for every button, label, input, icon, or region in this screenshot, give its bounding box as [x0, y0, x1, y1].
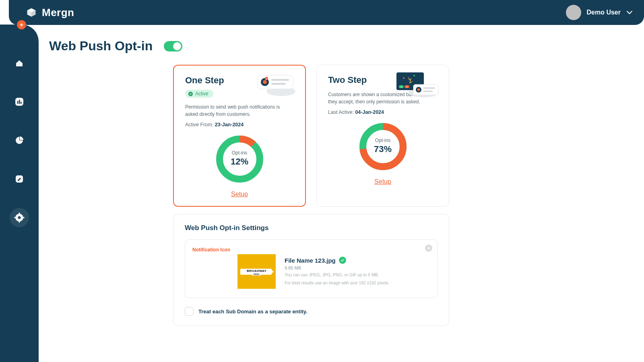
- notification-icon-label: Notification Icon: [192, 247, 430, 253]
- file-hint-1: You can use JPEG, JPG, PNG, or GIF up to…: [285, 272, 389, 278]
- svg-rect-10: [23, 217, 24, 218]
- user-name: Demo User: [587, 9, 621, 16]
- settings-title: Web Push Opt-in Settings: [185, 224, 438, 232]
- upload-success-icon: [339, 257, 346, 264]
- sidebar-item-editor[interactable]: [10, 169, 29, 189]
- file-name: File Name 123.jpg: [285, 257, 336, 264]
- one-step-card[interactable]: 1 One Step Active Permission to send web…: [173, 65, 306, 207]
- svg-rect-35: [423, 90, 433, 92]
- two-step-chart: Opt-ins 73%: [328, 121, 438, 172]
- pencil-icon: [14, 174, 24, 184]
- two-step-card[interactable]: 1 2 Two Step Customers are shown a custo…: [316, 65, 449, 207]
- svg-rect-1: [17, 101, 19, 104]
- sidebar-item-settings[interactable]: [10, 208, 29, 227]
- svg-rect-18: [271, 83, 286, 85]
- file-size: 9.85 MB: [285, 265, 389, 270]
- svg-marker-39: [270, 269, 274, 275]
- page-header: Web Push Opt-in: [49, 39, 628, 53]
- sidebar-item-analytics[interactable]: [10, 92, 29, 111]
- subdomain-label: Treat each Sub Domain as a separate enti…: [198, 309, 308, 315]
- svg-point-25: [403, 77, 405, 79]
- user-menu[interactable]: Demo User: [566, 5, 633, 20]
- brand-logo[interactable]: Mergn: [26, 6, 74, 19]
- chevron-down-icon: [626, 10, 633, 14]
- one-step-date: Active From: 23-Jan-2024: [185, 122, 294, 128]
- remove-file-button[interactable]: [425, 245, 432, 252]
- svg-text:2: 2: [406, 86, 407, 88]
- icon-thumbnail: BROADWAY PIZZA: [237, 254, 276, 289]
- check-icon: [188, 92, 193, 96]
- brand-name: Mergn: [42, 6, 74, 19]
- one-step-setup-link[interactable]: Setup: [185, 191, 294, 198]
- brand-logo-icon: [26, 7, 37, 18]
- two-step-illustration: 1 2: [393, 71, 441, 101]
- home-icon: [14, 58, 24, 68]
- sidebar-item-reports[interactable]: [10, 131, 29, 150]
- svg-point-6: [18, 216, 21, 219]
- settings-card: Web Push Opt-in Settings Notification Ic…: [173, 214, 449, 326]
- two-step-date: Last Active: 04-Jan-2024: [328, 109, 438, 115]
- one-step-chart: Opt-ins 12%: [185, 134, 294, 184]
- page-title: Web Push Opt-in: [49, 39, 153, 53]
- file-hint-2: For best results use an image with size …: [285, 280, 389, 286]
- one-step-desc: Permission to send web push notification…: [185, 103, 294, 118]
- svg-point-26: [413, 75, 415, 76]
- svg-point-14: [263, 80, 267, 84]
- enable-toggle[interactable]: [164, 41, 182, 51]
- pie-chart-icon: [14, 136, 24, 145]
- subdomain-option: Treat each Sub Domain as a separate enti…: [185, 307, 438, 316]
- bar-chart-icon: [14, 97, 24, 107]
- notification-icon-box: Notification Icon BROADWAY PIZZA File Na…: [185, 239, 438, 298]
- svg-rect-17: [271, 79, 289, 81]
- avatar: [566, 5, 581, 20]
- svg-rect-9: [14, 217, 16, 218]
- add-button[interactable]: +: [17, 20, 26, 29]
- header-bar: Mergn Demo User: [9, 0, 644, 25]
- gear-icon: [14, 212, 25, 223]
- one-step-illustration: 1: [253, 71, 297, 99]
- sidebar-item-home[interactable]: [10, 53, 29, 73]
- svg-rect-34: [423, 87, 435, 89]
- subdomain-checkbox[interactable]: [185, 307, 194, 316]
- step-cards: 1 One Step Active Permission to send web…: [173, 65, 628, 207]
- main-content: Web Push Opt-in 1 One Step Ac: [39, 25, 644, 362]
- svg-rect-2: [19, 100, 20, 104]
- svg-rect-3: [21, 102, 22, 104]
- svg-point-33: [417, 88, 420, 91]
- svg-text:1: 1: [400, 86, 402, 88]
- svg-rect-8: [19, 221, 20, 222]
- active-badge: Active: [185, 90, 213, 98]
- svg-rect-7: [19, 213, 20, 214]
- two-step-setup-link[interactable]: Setup: [328, 178, 438, 185]
- sidebar: +: [0, 25, 39, 362]
